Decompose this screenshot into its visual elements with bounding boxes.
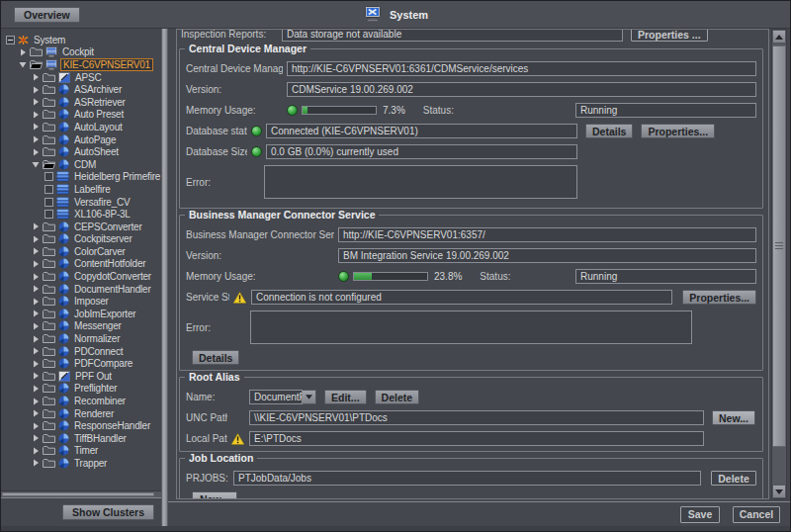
tree-item-label[interactable]: ASArchiver (72, 84, 124, 95)
tree-item[interactable]: ColorCarver (1, 245, 161, 258)
tree-item[interactable]: JobImExporter (1, 308, 161, 320)
tree-item-label[interactable]: Normalizer (72, 333, 122, 344)
panel-splitter[interactable] (161, 29, 168, 526)
cdm-db-size-field[interactable]: 0.0 GB (0.0%) currently used (266, 144, 577, 159)
expander-icon[interactable] (32, 298, 40, 306)
expander-icon[interactable] (19, 48, 27, 56)
tree-item-label[interactable]: Heidelberg Primefire 106 (72, 171, 161, 182)
cdm-db-properties-button[interactable]: Properties... (641, 124, 715, 138)
cancel-button[interactable]: Cancel (733, 506, 780, 523)
expander-icon[interactable] (32, 148, 40, 156)
tree-item-label[interactable]: DocumentHandler (72, 284, 153, 295)
tree-item[interactable]: PPF Out (1, 370, 161, 383)
tree-item[interactable]: Recombiner (1, 395, 161, 407)
overview-button[interactable]: Overview (14, 7, 80, 23)
unc-path-field[interactable]: \\KIE-C6VPNSERV01\PTDocs (249, 410, 704, 425)
expander-icon[interactable] (32, 123, 40, 131)
checkbox[interactable] (44, 172, 53, 181)
tree-item-label[interactable]: CopydotConverter (72, 271, 153, 282)
alias-name-dropdown[interactable]: DocumentPool (249, 390, 316, 404)
tree-item-label[interactable]: Auto Preset (72, 109, 126, 120)
alias-new-button[interactable]: New... (712, 410, 755, 425)
tree-item-label[interactable]: Recombiner (72, 396, 128, 406)
tree-item-label[interactable]: APSC (73, 72, 103, 83)
cdm-status-field[interactable]: Running (575, 103, 756, 118)
tree-item[interactable]: Trapper (1, 457, 161, 470)
expander-icon[interactable] (32, 459, 40, 467)
bm-service-status-field[interactable]: Connection is not configured (251, 290, 672, 305)
tree-item-label[interactable]: PPF Out (73, 371, 114, 382)
vertical-scrollbar[interactable] (771, 29, 787, 499)
tree-item[interactable]: KIE-C6VPNSERV01 (1, 58, 161, 71)
alias-edit-button[interactable]: Edit... (324, 390, 367, 404)
tree-item-label[interactable]: JobImExporter (72, 309, 137, 319)
tree-item-label[interactable]: TiffBHandler (72, 433, 129, 444)
tree-item[interactable]: CopydotConverter (1, 270, 161, 283)
tree-item-label[interactable]: ASRetriever (72, 97, 128, 108)
tree-item-label[interactable]: KIE-C6VPNSERV01 (60, 58, 153, 71)
tree-item-label[interactable]: Cockpitserver (72, 233, 134, 244)
expander-icon[interactable] (32, 161, 40, 168)
tree-item[interactable]: CDM (1, 158, 161, 171)
tree-item[interactable]: Auto Preset (1, 109, 161, 122)
expander-icon[interactable] (32, 372, 40, 380)
bm-url-field[interactable]: http://KIE-C6VPNSERV01:6357/ (338, 227, 756, 242)
expander-icon[interactable] (6, 36, 15, 44)
alias-delete-button[interactable]: Delete (375, 390, 420, 404)
cdm-version-field[interactable]: CDMService 19.00.269.002 (287, 82, 756, 97)
tree-item[interactable]: Cockpitserver (1, 233, 161, 246)
expander-icon[interactable] (32, 73, 40, 81)
scrollbar-track[interactable] (772, 44, 786, 485)
expander-icon[interactable] (32, 310, 40, 317)
scrollbar-thumb[interactable] (772, 45, 786, 447)
bm-details-button[interactable]: Details (192, 350, 239, 365)
tree-item[interactable]: Versafire_CV (1, 196, 161, 209)
tree-item[interactable]: XL106-8P-3L (1, 208, 161, 221)
expander-icon[interactable] (32, 235, 40, 243)
expander-icon[interactable] (32, 347, 40, 355)
tree-item-label[interactable]: Trapper (72, 458, 109, 469)
tree-item[interactable]: Cockpit (1, 46, 161, 59)
bm-version-field[interactable]: BM Integration Service 19.00.269.002 (338, 248, 756, 263)
expander-icon[interactable] (32, 422, 40, 430)
inspection-properties-button[interactable]: Properties ... (631, 29, 708, 42)
tree-item[interactable]: ASRetriever (1, 96, 161, 109)
checkbox[interactable] (44, 210, 53, 219)
tree-item[interactable]: AutoLayout (1, 121, 161, 133)
tree-item-label[interactable]: XL106-8P-3L (72, 209, 132, 220)
checkbox[interactable] (44, 185, 53, 194)
tree-item-label[interactable]: PDFCompare (72, 358, 134, 369)
cdm-error-field[interactable] (264, 165, 577, 199)
local-path-field[interactable]: E:\PTDocs (249, 431, 704, 446)
tree-item[interactable]: PDConnect (1, 345, 161, 358)
tree-item[interactable]: Timer (1, 445, 161, 458)
expander-icon[interactable] (32, 398, 40, 405)
tree-item-label[interactable]: AutoSheet (72, 146, 121, 157)
tree-item[interactable]: ResponseHandler (1, 419, 161, 432)
checkbox[interactable] (44, 198, 53, 207)
tree-item[interactable]: PDFCompare (1, 357, 161, 370)
tree-item-label[interactable]: Versafire_CV (72, 197, 132, 208)
tree-item[interactable]: AutoPage (1, 133, 161, 146)
scroll-up-button[interactable] (772, 30, 786, 44)
expander-icon[interactable] (32, 285, 40, 293)
save-button[interactable]: Save (680, 506, 720, 523)
expander-icon[interactable] (32, 135, 40, 143)
expander-icon[interactable] (32, 360, 40, 368)
tree-item-label[interactable]: ResponseHandler (72, 420, 152, 431)
tree-item[interactable]: Preflighter (1, 383, 161, 396)
tree-item[interactable]: System (1, 34, 161, 46)
tree-item[interactable]: ContentHotfolder (1, 258, 161, 271)
tree-item-label[interactable]: ColorCarver (72, 246, 128, 257)
dropdown-arrow-icon[interactable] (303, 390, 316, 404)
tree-item-label[interactable]: CDM (72, 159, 98, 170)
tree-item[interactable]: Normalizer (1, 332, 161, 345)
cdm-url-field[interactable]: http://KIE-C6VPNSERV01:6361/CDMService/s… (287, 61, 756, 76)
tree-item-label[interactable]: Preflighter (72, 383, 119, 394)
alias-name-value[interactable]: DocumentPool (249, 390, 303, 404)
tree-item-label[interactable]: ContentHotfolder (72, 258, 147, 269)
tree-item[interactable]: CEPSConverter (1, 221, 161, 233)
inspection-reports-field[interactable]: Data storage not available (282, 29, 623, 42)
tree-item[interactable]: Renderer (1, 407, 161, 420)
tree-item-label[interactable]: CEPSConverter (72, 222, 144, 232)
